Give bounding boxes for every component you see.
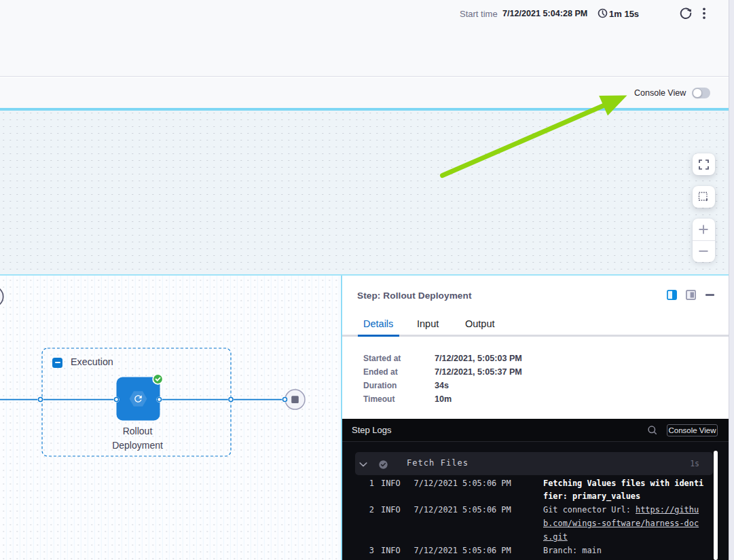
clock-icon [598, 8, 608, 21]
log-message-text: Fetching Values files with identi [543, 479, 703, 488]
step-logs-title: Step Logs [352, 425, 392, 435]
step-logs-header: Step Logs Console View [342, 419, 730, 442]
detail-label: Started at [363, 354, 435, 363]
detail-row-timeout: Timeout10m [363, 394, 452, 404]
panel-title: Step: Rollout Deployment [357, 291, 472, 301]
log-message-text: Branch: main [543, 546, 602, 555]
log-message: b.com/wings-software/harness-doc [543, 517, 714, 531]
log-message: fier: primary_values [543, 490, 714, 504]
log-link[interactable]: s.git [543, 532, 568, 542]
zoom-in-button[interactable] [693, 219, 715, 240]
collapse-minus-icon [55, 362, 60, 363]
tab-active-indicator [358, 335, 399, 337]
view-toolbar [0, 77, 729, 108]
kebab-menu-button[interactable] [698, 6, 710, 21]
tab-track [342, 335, 729, 337]
detail-row-duration: Duration34s [363, 381, 449, 390]
log-level: INFO [381, 544, 401, 558]
partial-node [0, 286, 3, 307]
detail-value: 7/12/2021, 5:05:37 PM [435, 367, 522, 377]
execution-group-label: Execution [71, 356, 113, 367]
log-message: Fetching Values files with identi [543, 477, 714, 491]
refresh-button[interactable] [678, 6, 693, 21]
log-timestamp: 7/12/2021 5:05:06 PM [414, 504, 511, 517]
panel-layout-right-icon[interactable] [667, 290, 677, 300]
canvas-fullscreen-button[interactable] [693, 153, 715, 175]
execution-graph-canvas[interactable]: Execution Rollout Deployment Step: Rollo… [0, 276, 729, 560]
log-message: Git connector Url: https://githu [543, 504, 714, 517]
detail-value: 10m [435, 394, 452, 404]
panel-tabs: Details Input Output [342, 318, 729, 336]
log-timestamp: 7/12/2021 5:05:06 PM [414, 477, 511, 491]
step-node-label-line1: Rollout [84, 424, 192, 438]
execution-graph [0, 276, 341, 560]
detail-label: Ended at [363, 367, 435, 377]
log-message: Branch: main [543, 544, 714, 558]
console-view-toggle[interactable] [692, 88, 710, 98]
detail-row-started: Started at7/12/2021, 5:05:03 PM [363, 354, 522, 363]
tab-details[interactable]: Details [363, 318, 393, 329]
end-node-square [291, 396, 299, 403]
start-time-label: Start time [460, 9, 498, 19]
log-message-text: Git connector Url: [543, 505, 636, 515]
toggle-knob [693, 88, 702, 98]
log-line-number: 3 [342, 544, 374, 558]
log-message-text: fier: primary_values [543, 491, 640, 501]
execution-collapse-chip[interactable] [52, 358, 62, 368]
step-node-label-line2: Deployment [84, 438, 192, 453]
marquee-select-icon [693, 186, 715, 208]
tab-output[interactable]: Output [465, 318, 495, 329]
console-view-button[interactable]: Console View [667, 424, 718, 436]
tab-input[interactable]: Input [417, 318, 439, 329]
log-line-number: 1 [342, 477, 374, 491]
detail-label: Timeout [363, 394, 435, 404]
success-badge-icon [153, 374, 163, 384]
panel-minimize-button[interactable] [705, 294, 714, 296]
start-time-value: 7/12/2021 5:04:28 PM [502, 9, 587, 18]
console-view-label: Console View [634, 88, 686, 98]
plus-icon [693, 219, 715, 240]
section-success-icon [379, 460, 388, 468]
log-section-name: Fetch Files [407, 458, 469, 468]
log-level: INFO [381, 504, 401, 517]
canvas-marquee-select-button[interactable] [693, 186, 715, 208]
log-level: INFO [381, 477, 401, 491]
step-node-label: Rollout Deployment [84, 424, 192, 453]
page-scrollbar-gutter[interactable] [729, 0, 734, 560]
log-link[interactable]: https://githu [636, 505, 699, 515]
log-section-duration: 1s [690, 459, 699, 468]
detail-label: Duration [363, 381, 435, 390]
detail-value: 34s [435, 381, 449, 390]
log-search-icon[interactable] [646, 424, 659, 436]
duration-value: 1m 15s [609, 9, 639, 19]
detail-row-ended: Ended at7/12/2021, 5:05:37 PM [363, 367, 522, 377]
log-line-number: 2 [342, 504, 374, 517]
chevron-down-icon[interactable] [358, 459, 369, 470]
execution-header: Start time 7/12/2021 5:04:28 PM 1m 15s [0, 0, 729, 77]
detail-value: 7/12/2021, 5:05:03 PM [435, 354, 522, 363]
pipeline-execution-page: Start time 7/12/2021 5:04:28 PM 1m 15s C… [0, 0, 734, 560]
minus-icon [693, 240, 715, 262]
log-section-fetch-files[interactable]: Fetch Files 1s [355, 452, 713, 475]
fullscreen-icon [693, 153, 715, 175]
step-logs-section: Step Logs Console View [342, 419, 730, 560]
canvas-zoom-controls [693, 219, 715, 262]
log-link[interactable]: b.com/wings-software/harness-doc [543, 519, 699, 528]
log-timestamp: 7/12/2021 5:05:06 PM [414, 544, 511, 558]
log-scrollbar-thumb[interactable] [714, 451, 718, 560]
zoom-out-button[interactable] [693, 240, 715, 262]
pipeline-canvas[interactable] [0, 111, 729, 274]
panel-layout-bottom-icon[interactable] [686, 290, 696, 300]
log-message: s.git [543, 531, 714, 544]
step-details-panel: Step: Rollout Deployment Details Input O… [341, 276, 729, 560]
